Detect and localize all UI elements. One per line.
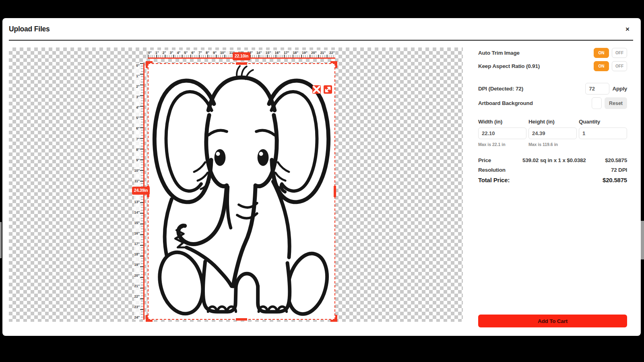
ruler-label: 14": [134, 210, 140, 214]
ruler-label: 6": [136, 126, 140, 130]
ruler-label: 24": [134, 315, 140, 319]
settings-panel: Auto Trim Image ON OFF Keep Aspect Ratio…: [478, 47, 627, 327]
selection-handle-right-middle[interactable]: [334, 186, 336, 197]
modal-header: Upload Files ×: [2, 18, 641, 40]
aspect-ratio-row: Keep Aspect Ratio (0.91) ON OFF: [478, 61, 627, 71]
ruler-label: 3": [136, 95, 140, 99]
artboard-background-row: Artboard Background Reset: [478, 97, 627, 109]
ruler-label: 16": [275, 51, 280, 55]
dpi-input[interactable]: [585, 83, 609, 95]
ruler-label: 6": [191, 51, 195, 55]
ruler-label: 19": [302, 51, 308, 55]
selection-height-badge: 24.39in: [132, 187, 150, 195]
ruler-label: 4": [177, 51, 181, 55]
elephant-line-art-image: [149, 64, 334, 319]
artboard-selection[interactable]: [148, 63, 335, 320]
price-row: Price 539.02 sq in x 1 x $0.0382 $20.587…: [478, 157, 627, 163]
auto-trim-row: Auto Trim Image ON OFF: [478, 47, 627, 58]
total-price-label: Total Price:: [478, 177, 522, 183]
page-scrollbar-right-thumb[interactable]: [641, 221, 644, 259]
selection-width-badge: 22.10in: [233, 52, 250, 60]
artboard-background-reset-button[interactable]: Reset: [605, 97, 627, 109]
ruler-label: 11": [134, 179, 140, 183]
ruler-label: 20": [134, 274, 140, 278]
ruler-label: 10": [220, 51, 226, 55]
artboard-background-swatch[interactable]: [592, 97, 602, 109]
price-label: Price: [478, 157, 522, 163]
ruler-label: 0": [136, 64, 140, 68]
artwork-canvas: 0"1"2"3"4"5"6"7"8"9"10"11"12"13"14"15"16…: [9, 47, 463, 322]
ruler-label: 13": [134, 200, 140, 204]
expand-arrows-icon: [324, 85, 332, 94]
ruler-label: 0": [148, 51, 152, 55]
ruler-label: 21": [134, 284, 140, 288]
resize-image-button[interactable]: [324, 85, 332, 94]
selection-handle-bottom-right[interactable]: [330, 315, 337, 322]
width-label: Width (in): [478, 119, 526, 125]
price-value: $20.5875: [605, 157, 627, 163]
remove-image-button[interactable]: [312, 85, 321, 94]
resolution-value: 72 DPI: [611, 167, 627, 173]
ruler-label: 17": [284, 51, 289, 55]
quantity-input[interactable]: [579, 128, 627, 139]
height-field-group: Height (in) Max is 119.6 in: [528, 119, 577, 147]
width-input[interactable]: [478, 128, 526, 139]
ruler-label: 7": [136, 137, 140, 141]
selection-handle-top-right[interactable]: [330, 61, 337, 68]
ruler-label: 2": [163, 51, 166, 55]
auto-trim-label: Auto Trim Image: [478, 50, 520, 56]
resolution-label: Resolution: [478, 167, 522, 173]
ruler-label: 22": [134, 294, 140, 298]
selection-handle-top-left[interactable]: [146, 61, 153, 68]
upload-files-modal: Upload Files × 0"1"2"3"4"5"6"7"8"9"10"11…: [2, 18, 641, 336]
selection-handle-bottom-left[interactable]: [146, 315, 153, 322]
ruler-label: 8": [206, 51, 209, 55]
price-formula: 539.02 sq in x 1 x $0.0382: [522, 157, 605, 163]
ruler-label: 2": [136, 84, 140, 88]
page-scrollbar-left-thumb[interactable]: [0, 222, 2, 258]
ruler-label: 9": [213, 51, 217, 55]
ruler-label: 15": [134, 221, 140, 225]
ruler-label: 1": [155, 51, 159, 55]
quantity-field-group: Quantity: [579, 119, 627, 147]
ruler-label: 19": [134, 263, 140, 267]
dpi-label: DPI (Detected: 72): [478, 86, 523, 92]
ruler-label: 10": [134, 169, 140, 173]
ruler-label: 23": [134, 305, 140, 309]
size-inputs-row: Width (in) Max is 22.1 in Height (in) Ma…: [478, 119, 627, 147]
ruler-label: 18": [293, 51, 299, 55]
close-x-icon: [312, 85, 321, 94]
ruler-label: 16": [134, 231, 140, 235]
auto-trim-on-button[interactable]: ON: [594, 48, 609, 58]
width-field-group: Width (in) Max is 22.1 in: [478, 119, 526, 147]
ruler-label: 3": [170, 51, 173, 55]
selection-handle-bottom-center[interactable]: [236, 318, 247, 321]
modal-title: Upload Files: [9, 25, 50, 33]
resolution-row: Resolution 72 DPI: [478, 167, 627, 173]
add-to-cart-button[interactable]: Add To Cart: [478, 315, 627, 327]
dpi-apply-button[interactable]: Apply: [612, 86, 627, 92]
ruler-label: 18": [134, 252, 140, 256]
ruler-label: 21": [320, 51, 326, 55]
ruler-label: 1": [136, 74, 140, 78]
total-price-value: $20.5875: [603, 177, 627, 183]
artboard-background-label: Artboard Background: [478, 100, 533, 106]
aspect-ratio-label: Keep Aspect Ratio (0.91): [478, 63, 540, 69]
aspect-ratio-off-button[interactable]: OFF: [612, 61, 627, 71]
width-max-helper: Max is 22.1 in: [478, 142, 526, 147]
dpi-row: DPI (Detected: 72) Apply: [478, 83, 627, 95]
height-label: Height (in): [528, 119, 577, 125]
quantity-label: Quantity: [579, 119, 627, 125]
selection-handle-top-center[interactable]: [236, 62, 247, 65]
ruler-label: 7": [198, 51, 202, 55]
ruler-label: 22": [329, 51, 335, 55]
height-input[interactable]: [528, 128, 577, 139]
close-icon[interactable]: ×: [625, 26, 630, 33]
total-price-row: Total Price: $20.5875: [478, 177, 627, 183]
auto-trim-off-button[interactable]: OFF: [612, 48, 627, 58]
aspect-ratio-on-button[interactable]: ON: [594, 61, 609, 71]
ruler-label: 20": [311, 51, 317, 55]
ruler-label: 4": [136, 105, 140, 109]
ruler-label: 14": [256, 51, 262, 55]
ruler-label: 15": [266, 51, 271, 55]
